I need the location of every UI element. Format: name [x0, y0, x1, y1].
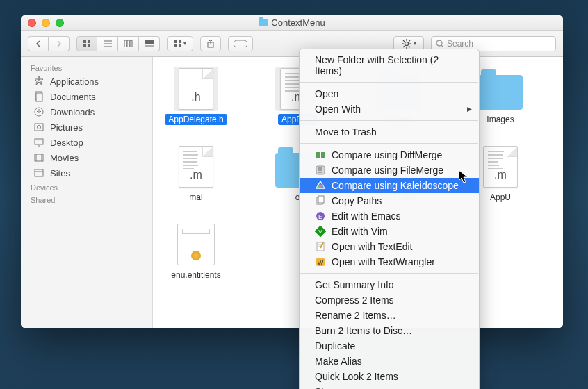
menu-item[interactable]: Open With: [300, 101, 479, 117]
sidebar-section-title: Favorites: [21, 61, 152, 74]
menu-separator: [300, 82, 478, 83]
share-button[interactable]: [200, 36, 221, 51]
sidebar-item-applications[interactable]: AApplications: [21, 74, 152, 89]
svg-line-23: [403, 40, 405, 42]
source-icon: .m: [174, 144, 218, 189]
menu-item[interactable]: Open: [300, 86, 479, 101]
icon-view-button[interactable]: [76, 36, 97, 51]
menu-item-label: Duplicate: [315, 340, 355, 351]
menu-item[interactable]: Share: [300, 384, 479, 389]
column-view-button[interactable]: [118, 36, 139, 51]
desktop-icon: [33, 137, 44, 148]
menu-item[interactable]: Compare using DiffMerge: [300, 147, 479, 163]
menu-item[interactable]: Move to Trash: [300, 124, 479, 140]
minimize-button[interactable]: [42, 19, 50, 27]
textwrangler-icon: W: [315, 256, 326, 267]
svg-point-27: [436, 40, 442, 46]
menu-item[interactable]: Open with TextEdit: [300, 239, 479, 254]
svg-line-25: [403, 46, 405, 47]
window-controls: [21, 19, 64, 27]
zoom-button[interactable]: [56, 19, 64, 27]
menu-item-label: New Folder with Selection (2 Items): [315, 54, 466, 76]
back-button[interactable]: [28, 36, 49, 51]
svg-rect-12: [174, 40, 177, 43]
close-button[interactable]: [28, 19, 36, 27]
nav-buttons: [28, 36, 70, 51]
svg-point-18: [405, 42, 408, 45]
menu-item-label: Share: [315, 386, 341, 389]
file-label: Images: [483, 114, 517, 125]
menu-item[interactable]: Compare using FileMerge: [300, 163, 479, 178]
menu-item[interactable]: Quick Look 2 Items: [300, 369, 479, 384]
titlebar: ContextMenu: [21, 15, 563, 31]
forward-button[interactable]: [49, 36, 70, 51]
menu-item[interactable]: Make Alias: [300, 354, 479, 369]
sidebar-item-documents[interactable]: Documents: [21, 89, 152, 104]
finder-window: ContextMenu: [21, 15, 563, 328]
svg-text:E: E: [318, 213, 322, 220]
file-label: AppDelegate.h: [165, 114, 227, 125]
sidebar-item-label: Desktop: [50, 138, 83, 148]
menu-item-label: Compare using FileMerge: [332, 165, 443, 176]
menu-separator: [300, 120, 478, 121]
svg-rect-8: [127, 40, 129, 47]
menu-item-label: Make Alias: [315, 356, 362, 367]
sidebar-item-desktop[interactable]: Desktop: [21, 135, 152, 150]
svg-point-34: [38, 126, 41, 129]
svg-rect-2: [83, 44, 86, 47]
arrange-button[interactable]: ▾: [167, 36, 193, 51]
source-icon: .m: [478, 144, 523, 189]
menu-item[interactable]: Get Summary Info: [300, 277, 479, 292]
svg-rect-50: [318, 196, 324, 203]
menu-item[interactable]: Copy Paths: [300, 193, 479, 208]
menu-item-label: Rename 2 Items…: [315, 310, 396, 321]
menu-item[interactable]: New Folder with Selection (2 Items): [300, 52, 479, 78]
sidebar-item-downloads[interactable]: Downloads: [21, 104, 152, 119]
svg-rect-43: [321, 152, 325, 158]
svg-text:A: A: [37, 78, 42, 85]
menu-item[interactable]: Burn 2 Items to Disc…: [300, 323, 479, 338]
menu-item[interactable]: Duplicate: [300, 338, 479, 354]
svg-point-48: [321, 185, 324, 188]
downloads-icon: [33, 106, 44, 117]
menu-item-label: Open with TextWrangler: [332, 256, 435, 267]
sidebar-item-label: Pictures: [50, 122, 83, 133]
menu-item[interactable]: Compare using Kaleidoscope: [300, 178, 479, 193]
header-icon: .h: [174, 67, 218, 111]
menu-item-label: Compare using Kaleidoscope: [332, 180, 459, 191]
window-title-text: ContextMenu: [271, 17, 325, 28]
menu-item[interactable]: Compress 2 Items: [300, 292, 479, 308]
sidebar-item-label: Movies: [50, 153, 79, 163]
menu-item-label: Copy Paths: [332, 195, 382, 206]
svg-rect-15: [179, 44, 181, 47]
menu-item[interactable]: VEdit with Vim: [300, 224, 479, 239]
sidebar-item-label: Sites: [50, 168, 70, 179]
sidebar: FavoritesAApplicationsDocumentsDownloads…: [21, 57, 153, 328]
filemerge-icon: [315, 165, 326, 176]
svg-rect-7: [124, 40, 126, 47]
file-item[interactable]: .mmai: [161, 144, 231, 203]
svg-rect-13: [179, 40, 181, 43]
file-item[interactable]: enu.entitlents: [161, 222, 231, 281]
tags-button[interactable]: [228, 36, 253, 51]
svg-rect-35: [35, 139, 43, 144]
svg-rect-14: [174, 44, 177, 47]
sidebar-item-sites[interactable]: Sites: [21, 165, 152, 181]
diffmerge-icon: [315, 149, 326, 160]
menu-item[interactable]: WOpen with TextWrangler: [300, 254, 479, 270]
svg-rect-42: [316, 152, 320, 158]
sidebar-item-pictures[interactable]: Pictures: [21, 119, 152, 135]
sidebar-item-movies[interactable]: Movies: [21, 150, 152, 165]
coverflow-view-button[interactable]: [139, 36, 160, 51]
menu-item-label: Compare using DiffMerge: [332, 149, 442, 160]
menu-item-label: Compress 2 Items: [315, 295, 394, 306]
sites-icon: [33, 167, 44, 179]
vim-icon: V: [315, 226, 326, 237]
list-view-button[interactable]: [97, 36, 118, 51]
menu-item[interactable]: Rename 2 Items…: [300, 308, 479, 323]
menu-item-label: Open: [315, 88, 338, 99]
file-label: enu.entitlents: [168, 270, 224, 281]
menu-item[interactable]: EEdit with Emacs: [300, 208, 479, 224]
file-item[interactable]: .hAppDelegate.h: [161, 67, 231, 125]
menu-item-label: Quick Look 2 Items: [315, 371, 398, 382]
